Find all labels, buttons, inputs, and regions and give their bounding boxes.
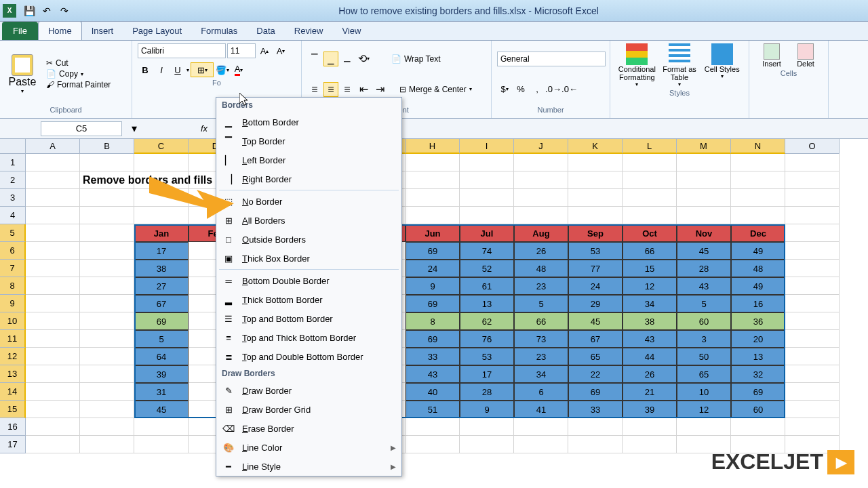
increase-font-icon[interactable]: A▴ bbox=[257, 43, 272, 58]
cell[interactable]: 28 bbox=[460, 383, 514, 401]
cell[interactable] bbox=[26, 295, 80, 312]
cell[interactable] bbox=[26, 189, 80, 207]
cell[interactable]: 39 bbox=[623, 401, 677, 418]
cell[interactable]: 44 bbox=[623, 348, 677, 365]
cell[interactable]: 45 bbox=[134, 401, 189, 418]
cell[interactable] bbox=[677, 171, 731, 189]
cell[interactable]: 31 bbox=[134, 383, 189, 401]
delete-button[interactable]: Delet bbox=[789, 43, 823, 68]
cell[interactable] bbox=[568, 207, 623, 224]
row-header[interactable]: 2 bbox=[0, 171, 26, 189]
cell[interactable] bbox=[785, 189, 840, 207]
menu-item-top-and-double-bottom-border[interactable]: ≣Top and Double Bottom Border bbox=[216, 347, 401, 366]
insert-button[interactable]: Insert bbox=[755, 43, 789, 68]
cell[interactable]: Aug bbox=[514, 224, 568, 242]
cell[interactable] bbox=[80, 260, 134, 277]
accounting-format-icon[interactable]: $▾ bbox=[497, 82, 512, 97]
cell[interactable] bbox=[26, 312, 80, 330]
wrap-text-button[interactable]: 📄Wrap Text bbox=[387, 53, 445, 65]
cell[interactable] bbox=[134, 436, 189, 453]
cell[interactable]: 3 bbox=[677, 330, 731, 348]
cell[interactable] bbox=[80, 348, 134, 365]
cell[interactable]: 6 bbox=[514, 383, 568, 401]
cell[interactable]: Remove borders and fills bbox=[80, 171, 134, 189]
cell[interactable]: 52 bbox=[460, 260, 514, 277]
row-header[interactable]: 5 bbox=[0, 224, 26, 242]
cell[interactable] bbox=[80, 401, 134, 418]
menu-item-thick-bottom-border[interactable]: ▂Thick Bottom Border bbox=[216, 290, 401, 309]
cell[interactable]: 32 bbox=[731, 365, 785, 383]
column-header[interactable]: O bbox=[785, 139, 840, 154]
menu-item-line-color[interactable]: 🎨Line Color▶ bbox=[216, 438, 401, 457]
tab-home[interactable]: Home bbox=[38, 21, 82, 40]
row-header[interactable]: 1 bbox=[0, 154, 26, 171]
cell[interactable] bbox=[406, 189, 460, 207]
copy-button[interactable]: 📄Copy ▾ bbox=[46, 69, 111, 79]
row-header[interactable]: 15 bbox=[0, 401, 26, 418]
cell[interactable] bbox=[785, 277, 840, 295]
cell[interactable]: 53 bbox=[460, 348, 514, 365]
cell[interactable]: 9 bbox=[460, 401, 514, 418]
conditional-formatting-button[interactable]: Conditional Formatting▾ bbox=[616, 43, 658, 87]
cell[interactable]: Oct bbox=[623, 224, 677, 242]
row-header[interactable]: 11 bbox=[0, 330, 26, 348]
cell[interactable] bbox=[460, 207, 514, 224]
cell[interactable] bbox=[731, 418, 785, 436]
cell[interactable] bbox=[785, 330, 840, 348]
row-header[interactable]: 12 bbox=[0, 348, 26, 365]
cell[interactable]: 10 bbox=[677, 383, 731, 401]
menu-item-erase-border[interactable]: ⌫Erase Border bbox=[216, 419, 401, 438]
column-header[interactable]: H bbox=[406, 139, 460, 154]
cell[interactable] bbox=[26, 260, 80, 277]
comma-format-icon[interactable]: , bbox=[530, 82, 545, 97]
save-icon[interactable]: 💾 bbox=[22, 3, 37, 18]
paste-button[interactable]: Paste ▾ bbox=[5, 54, 39, 94]
cell[interactable] bbox=[26, 436, 80, 453]
cell[interactable]: 69 bbox=[134, 312, 189, 330]
cell[interactable]: 73 bbox=[514, 330, 568, 348]
cell[interactable]: 26 bbox=[514, 242, 568, 260]
cell-styles-button[interactable]: Cell Styles▾ bbox=[701, 43, 743, 87]
cell[interactable]: 5 bbox=[677, 295, 731, 312]
fx-label[interactable]: fx bbox=[201, 123, 208, 134]
cell[interactable] bbox=[785, 171, 840, 189]
column-header[interactable]: C bbox=[134, 139, 189, 154]
font-color-button[interactable]: A▾ bbox=[231, 62, 246, 77]
cell[interactable] bbox=[134, 154, 189, 171]
tab-data[interactable]: Data bbox=[247, 22, 284, 40]
cell[interactable] bbox=[406, 171, 460, 189]
row-header[interactable]: 14 bbox=[0, 383, 26, 401]
cell[interactable] bbox=[514, 154, 568, 171]
row-header[interactable]: 10 bbox=[0, 312, 26, 330]
cell[interactable] bbox=[785, 260, 840, 277]
row-header[interactable]: 16 bbox=[0, 418, 26, 436]
cell[interactable]: 77 bbox=[568, 260, 623, 277]
cell[interactable]: Nov bbox=[677, 224, 731, 242]
cell[interactable] bbox=[460, 189, 514, 207]
cell[interactable] bbox=[80, 224, 134, 242]
cell[interactable]: Sep bbox=[568, 224, 623, 242]
font-size-select[interactable] bbox=[227, 43, 256, 58]
underline-button[interactable]: U bbox=[170, 62, 185, 77]
name-box-dropdown-icon[interactable]: ▾ bbox=[127, 122, 141, 135]
cell[interactable] bbox=[26, 348, 80, 365]
cell[interactable]: 45 bbox=[568, 312, 623, 330]
cell[interactable] bbox=[568, 418, 623, 436]
cell[interactable] bbox=[623, 418, 677, 436]
cell[interactable]: 69 bbox=[731, 383, 785, 401]
cell[interactable]: 38 bbox=[623, 312, 677, 330]
cell[interactable] bbox=[80, 436, 134, 453]
cell[interactable]: 27 bbox=[134, 277, 189, 295]
tab-view[interactable]: View bbox=[332, 22, 370, 40]
column-header[interactable]: M bbox=[677, 139, 731, 154]
cell[interactable] bbox=[785, 312, 840, 330]
cell[interactable]: 43 bbox=[677, 277, 731, 295]
cell[interactable] bbox=[80, 154, 134, 171]
cell[interactable]: 50 bbox=[677, 348, 731, 365]
row-header[interactable]: 4 bbox=[0, 207, 26, 224]
cell[interactable]: 17 bbox=[460, 365, 514, 383]
column-header[interactable]: B bbox=[80, 139, 134, 154]
align-right-icon[interactable]: ≡ bbox=[340, 82, 355, 97]
cell[interactable]: 34 bbox=[514, 365, 568, 383]
cell[interactable]: 20 bbox=[731, 330, 785, 348]
